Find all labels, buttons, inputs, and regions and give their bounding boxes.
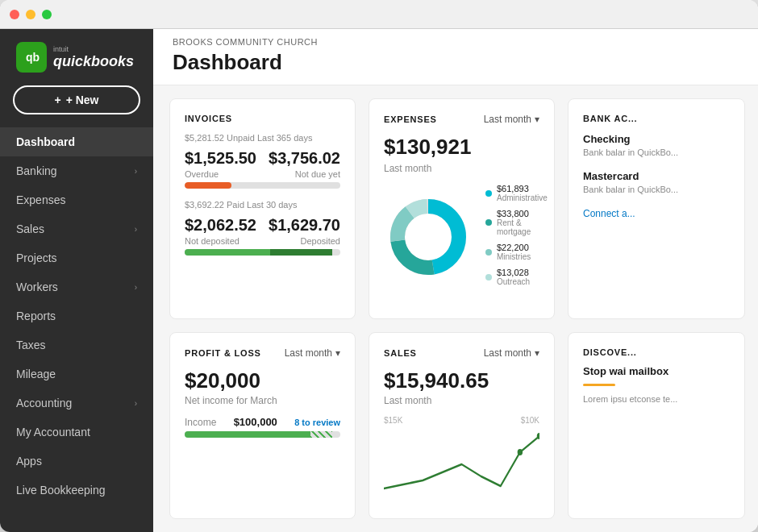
main-header: BROOKS COMMUNITY CHURCH Dashboard <box>153 29 758 85</box>
sidebar-item-mileage[interactable]: Mileage <box>0 360 153 389</box>
sales-sub: Last month <box>384 395 539 406</box>
pl-period-dropdown[interactable]: Last month ▾ <box>285 347 340 359</box>
expenses-header: EXPENSES Last month ▾ <box>384 114 539 125</box>
sidebar-item-workers[interactable]: Workers › <box>0 272 153 301</box>
sidebar-item-label: Sales <box>16 222 44 235</box>
sidebar-item-label: Apps <box>16 455 42 468</box>
notdue-label: Not due yet <box>269 169 340 179</box>
sidebar-item-taxes[interactable]: Taxes <box>0 330 153 360</box>
legend-rent-text: $33,800 Rent & mortgage <box>497 209 548 236</box>
maximize-button[interactable] <box>42 10 52 19</box>
income-label: Income <box>185 417 216 428</box>
deposited-label: Deposited <box>269 236 340 246</box>
sidebar-item-label: Expenses <box>16 193 65 206</box>
sidebar-item-label: Accounting <box>16 397 72 409</box>
income-fill <box>185 431 310 438</box>
overdue-progress-bar <box>185 182 340 189</box>
legend-label: Ministries <box>497 252 531 261</box>
bank-mastercard-desc: Bank balar in QuickBo... <box>583 184 730 196</box>
sidebar-item-accounting[interactable]: Accounting › <box>0 389 153 418</box>
sales-period-label: Last month <box>484 347 531 359</box>
chevron-right-icon: › <box>135 283 137 292</box>
bank-accounts-card: BANK AC... Checking Bank balar in QuickB… <box>568 98 745 319</box>
sales-chart <box>384 428 539 493</box>
overdue-amount: $1,525.50 <box>185 149 256 168</box>
chevron-right-icon: › <box>135 225 137 234</box>
legend-amount: $22,200 <box>497 243 531 252</box>
discover-body: Lorem ipsu etconse te... <box>583 393 730 406</box>
sidebar-item-label: Mileage <box>16 368 56 380</box>
notdeposited-label: Not deposited <box>185 236 256 246</box>
connect-account-link[interactable]: Connect a... <box>583 208 730 219</box>
close-button[interactable] <box>10 10 19 19</box>
invoices-amounts-row: $1,525.50 Overdue $3,756.02 Not due yet <box>185 149 340 179</box>
review-link[interactable]: 8 to review <box>294 418 340 427</box>
logo-main: quickbooks <box>53 53 134 69</box>
deposited-amount: $1,629.70 <box>269 216 340 235</box>
main-content: BROOKS COMMUNITY CHURCH Dashboard INVOIC… <box>153 29 758 532</box>
pl-title: PROFIT & LOSS <box>185 348 261 358</box>
chart-label-10k: $10K <box>521 416 539 425</box>
notdeposited-fill <box>185 249 270 256</box>
dropdown-arrow-icon: ▾ <box>535 347 539 359</box>
sidebar-item-label: Reports <box>16 310 56 322</box>
sidebar-item-banking[interactable]: Banking › <box>0 156 153 185</box>
expenses-card: EXPENSES Last month ▾ $130,921 Last mont… <box>369 98 555 319</box>
titlebar <box>0 0 758 29</box>
invoices-paid-amounts-row: $2,062.52 Not deposited $1,629.70 Deposi… <box>185 216 340 246</box>
sidebar-item-label: Workers <box>16 281 58 293</box>
dashboard-grid: INVOICES $5,281.52 Unpaid Last 365 days … <box>153 85 758 532</box>
legend-item-administrative: $61,893 Administrative <box>485 184 548 202</box>
chart-label-15k: $15K <box>384 416 402 425</box>
sidebar-item-dashboard[interactable]: Dashboard <box>0 127 153 156</box>
company-name: BROOKS COMMUNITY CHURCH <box>173 37 739 47</box>
paid-progress-bar <box>185 249 340 256</box>
new-button[interactable]: + + New <box>13 85 140 114</box>
discover-card: DISCOVE... Stop wai mailbox Lorem ipsu e… <box>568 332 745 519</box>
legend-label: Rent & mortgage <box>497 218 548 236</box>
dropdown-arrow-icon: ▾ <box>335 347 340 359</box>
overdue-progress-fill <box>185 182 231 189</box>
sidebar-item-expenses[interactable]: Expenses <box>0 185 153 214</box>
deposited-col: $1,629.70 Deposited <box>269 216 340 246</box>
svg-text:qb: qb <box>26 51 40 64</box>
invoices-unpaid-meta: $5,281.52 Unpaid Last 365 days <box>185 133 340 143</box>
expenses-period-dropdown[interactable]: Last month ▾ <box>484 114 539 125</box>
bank-checking-name: Checking <box>583 133 730 145</box>
invoices-paid-meta: $3,692.22 Paid Last 30 days <box>185 200 340 210</box>
sidebar-logo: qb intuit quickbooks <box>0 29 153 82</box>
sales-amount: $15,940.65 <box>384 368 539 393</box>
sidebar: qb intuit quickbooks + + New Dashboard B… <box>0 29 153 532</box>
notdue-col: $3,756.02 Not due yet <box>269 149 340 179</box>
notdeposited-col: $2,062.52 Not deposited <box>185 216 256 246</box>
app-window: qb intuit quickbooks + + New Dashboard B… <box>0 0 758 532</box>
invoices-card: INVOICES $5,281.52 Unpaid Last 365 days … <box>169 98 356 319</box>
logo-sub: intuit <box>53 45 134 53</box>
sales-period-dropdown[interactable]: Last month ▾ <box>484 347 539 359</box>
logo-text-wrap: intuit quickbooks <box>53 45 134 70</box>
notdeposited-amount: $2,062.52 <box>185 216 256 235</box>
minimize-button[interactable] <box>26 10 35 19</box>
legend-dot-rent <box>485 219 492 226</box>
bank-item-checking: Checking Bank balar in QuickBo... <box>583 133 730 159</box>
sidebar-item-my-accountant[interactable]: My Accountant <box>0 418 153 447</box>
new-label: + New <box>66 94 99 106</box>
income-row: Income $100,000 8 to review <box>185 416 340 428</box>
notdue-amount: $3,756.02 <box>269 149 340 168</box>
sidebar-item-reports[interactable]: Reports <box>0 301 153 330</box>
sidebar-item-live-bookkeeping[interactable]: Live Bookkeeping <box>0 476 153 505</box>
sales-card: SALES Last month ▾ $15,940.65 Last month… <box>369 332 555 519</box>
legend-dot-administrative <box>485 190 492 197</box>
legend-ministries-text: $22,200 Ministries <box>497 243 531 261</box>
sidebar-item-apps[interactable]: Apps <box>0 447 153 476</box>
expenses-body: $61,893 Administrative $33,800 Rent & mo… <box>384 184 539 293</box>
new-plus-icon: + <box>54 94 60 106</box>
sidebar-item-label: Live Bookkeeping <box>16 484 106 497</box>
legend-item-rent: $33,800 Rent & mortgage <box>485 209 548 236</box>
invoices-paid-section: $3,692.22 Paid Last 30 days $2,062.52 No… <box>185 200 340 256</box>
expenses-total: $130,921 <box>384 135 539 160</box>
sidebar-item-projects[interactable]: Projects <box>0 243 153 272</box>
app-body: qb intuit quickbooks + + New Dashboard B… <box>0 29 758 532</box>
sidebar-item-sales[interactable]: Sales › <box>0 214 153 243</box>
bank-checking-desc: Bank balar in QuickBo... <box>583 147 730 159</box>
